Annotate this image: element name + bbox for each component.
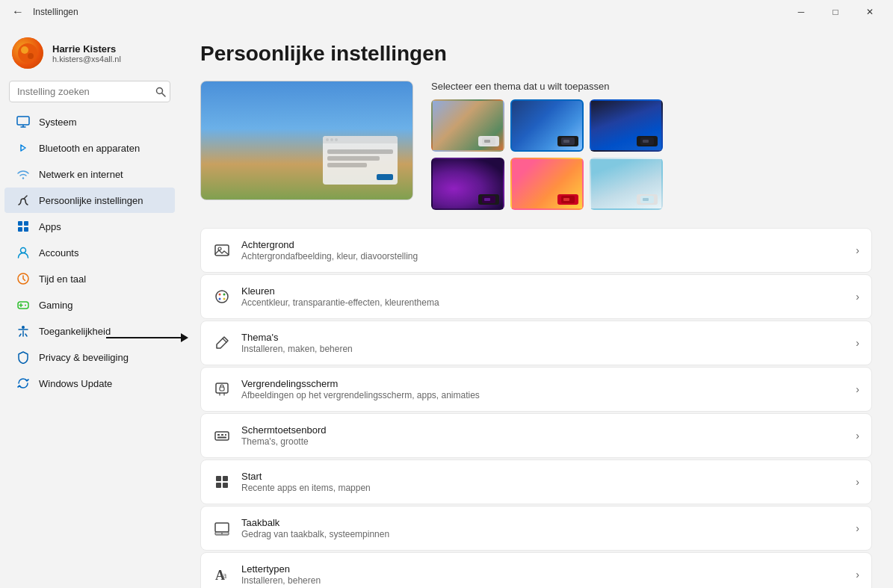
theme-3-thumb[interactable] [590,99,663,152]
sidebar-item-gaming-label: Gaming [39,300,73,311]
svg-rect-50 [215,523,229,532]
sidebar-nav: Systeem Bluetooth en apparaten [0,108,179,582]
svg-point-34 [216,291,228,303]
settings-item-taakbalk[interactable]: Taakbalk Gedrag van taakbalk, systeempin… [200,506,872,551]
svg-rect-47 [223,476,228,481]
theme-4-thumb[interactable] [431,158,504,210]
title-bar-controls: ─ □ ✕ [784,0,887,24]
sidebar-item-systeem[interactable]: Systeem [4,109,175,134]
bluetooth-icon [16,141,30,155]
sidebar-item-toegankelijkheid[interactable]: Toegankelijkheid [4,318,175,344]
svg-rect-12 [24,227,28,232]
refresh-icon [16,377,30,390]
svg-point-19 [22,326,25,329]
svg-point-2 [28,53,34,59]
sidebar-item-privacy[interactable]: Privacy & beveiliging [4,344,175,370]
vergrendelingsscherm-desc: Afbeeldingen op het vergrendelingsscherm… [241,390,480,400]
svg-rect-29 [563,198,569,201]
theme-5-thumb[interactable] [510,158,584,210]
image-icon [213,241,231,259]
svg-rect-49 [223,483,228,488]
sidebar-item-privacy-label: Privacy & beveiliging [39,352,129,363]
theme-section: Selecteer een thema dat u wilt toepassen [200,81,872,210]
theme-6-thumb[interactable] [590,158,663,210]
taakbalk-title: Taakbalk [241,517,389,528]
theme-1-thumb[interactable] [431,99,504,152]
themas-desc: Installeren, maken, beheren [241,344,353,354]
svg-rect-5 [17,117,29,125]
sidebar-item-windows-update-label: Windows Update [39,378,112,389]
svg-rect-40 [220,387,224,391]
start-icon [213,473,231,491]
settings-item-schermtoetsenbord[interactable]: Schermtoetsenbord Thema's, grootte › [200,413,872,458]
back-button[interactable]: ← [9,2,27,22]
start-chevron: › [856,476,859,488]
sidebar-item-toegankelijkheid-label: Toegankelijkheid [39,326,111,337]
lock-screen-icon [213,380,231,398]
wifi-icon [16,167,30,181]
theme-2-thumb[interactable] [510,99,584,152]
svg-point-36 [223,294,226,296]
sidebar-item-tijd[interactable]: Tijd en taal [4,266,175,291]
svg-rect-44 [225,434,226,436]
svg-point-0 [18,43,37,63]
start-desc: Recente apps en items, mappen [241,483,371,493]
start-title: Start [241,471,371,482]
close-button[interactable]: ✕ [853,0,887,24]
svg-point-52 [221,533,223,534]
avatar [12,37,43,69]
accessibility-icon [16,324,30,338]
svg-rect-10 [24,221,28,226]
theme-3-badge [637,136,658,146]
sidebar: Harrie Kisters h.kisters@xs4all.nl [0,24,179,588]
schermtoetsenbord-chevron: › [856,430,859,442]
sidebar-item-gaming[interactable]: Gaming [4,292,175,318]
svg-point-37 [219,298,221,300]
app-container: Harrie Kisters h.kisters@xs4all.nl [0,24,893,588]
monitor-icon [16,115,30,129]
page-title: Persoonlijke instellingen [200,42,872,66]
themas-chevron: › [856,337,859,349]
svg-point-8 [22,177,24,179]
title-bar: ← Instellingen ─ □ ✕ [0,0,893,24]
svg-point-13 [21,248,26,253]
svg-line-4 [162,93,166,96]
svg-point-1 [21,46,28,54]
themas-title: Thema's [241,332,353,343]
sidebar-item-bluetooth[interactable]: Bluetooth en apparaten [4,135,175,161]
sidebar-item-accounts[interactable]: Accounts [4,240,175,265]
sidebar-item-persoonlijk[interactable]: Persoonlijke instellingen [4,188,175,213]
sidebar-item-apps-label: Apps [39,221,61,232]
brush-icon [16,194,30,207]
palette-icon [213,288,231,306]
settings-item-themas[interactable]: Thema's Installeren, maken, beheren › [200,321,872,365]
vergrendelingsscherm-chevron: › [856,383,859,395]
sidebar-item-windows-update[interactable]: Windows Update [4,371,175,396]
achtergrond-title: Achtergrond [241,239,418,250]
svg-rect-11 [18,227,22,232]
user-name: Harrie Kisters [52,43,121,55]
achtergrond-desc: Achtergrondafbeelding, kleur, diavoorste… [241,251,418,261]
achtergrond-chevron: › [856,244,859,256]
settings-item-vergrendelingsscherm[interactable]: Vergrendelingsscherm Afbeeldingen op het… [200,367,872,412]
settings-item-start[interactable]: Start Recente apps en items, mappen › [200,459,872,504]
taskbar-icon [213,519,231,537]
title-bar-title: Instellingen [33,7,78,17]
settings-item-kleuren[interactable]: Kleuren Accentkleur, transparantie-effec… [200,274,872,319]
person-icon [16,246,30,259]
settings-item-achtergrond[interactable]: Achtergrond Achtergrondafbeelding, kleur… [200,228,872,273]
kleuren-desc: Accentkleur, transparantie-effecten, kle… [241,297,439,308]
search-input[interactable] [9,81,170,102]
minimize-button[interactable]: ─ [784,0,818,24]
search-icon-button[interactable] [155,87,166,97]
sidebar-item-apps[interactable]: Apps [4,214,175,239]
svg-rect-31 [643,198,649,201]
sidebar-item-netwerk[interactable]: Netwerk en internet [4,161,175,187]
theme-4-badge [478,194,499,205]
maximize-button[interactable]: □ [818,0,853,24]
settings-item-lettertypen[interactable]: A a Lettertypen Installeren, beheren › [200,552,872,588]
sidebar-item-accounts-label: Accounts [39,247,78,259]
user-profile[interactable]: Harrie Kisters h.kisters@xs4all.nl [0,30,179,81]
lettertypen-chevron: › [856,569,859,581]
theme-5-badge [557,194,578,205]
